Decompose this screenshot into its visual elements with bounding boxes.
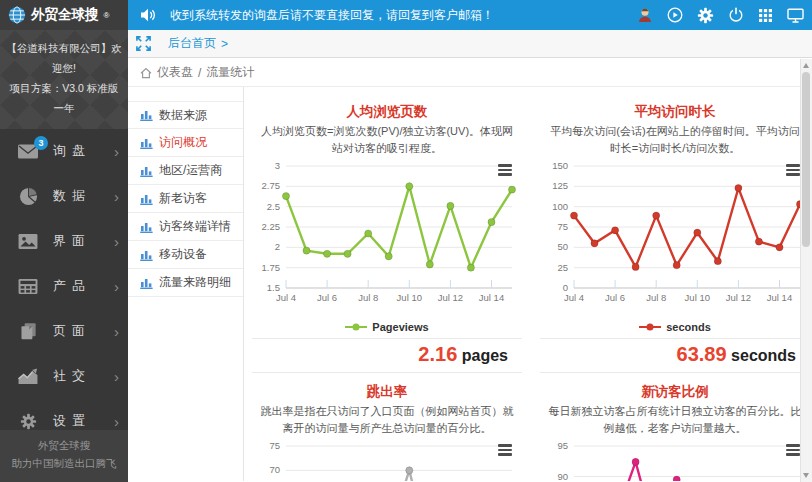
chart-card-0: 人均浏览页数 人均浏览页数=浏览次数(PV)/独立访客(UV)。体现网站对访客的… — [252, 99, 522, 373]
chart-legend[interactable]: seconds — [540, 320, 800, 334]
gear-icon[interactable] — [697, 7, 714, 24]
sidebar-item-social[interactable]: 社交 › — [0, 354, 128, 399]
user-avatar-icon[interactable] — [637, 7, 653, 23]
chevron-right-icon: › — [114, 234, 119, 249]
submenu-item[interactable]: 新老访客 — [128, 185, 243, 213]
notification-badge: 3 — [34, 136, 48, 150]
summary-unit: seconds — [731, 347, 796, 364]
svg-text:75: 75 — [269, 440, 280, 451]
chart-summary: 2.16 pages — [252, 338, 522, 373]
svg-text:Jul 14: Jul 14 — [479, 292, 504, 303]
expand-fullscreen-icon[interactable] — [128, 30, 158, 58]
legend-label: Pageviews — [372, 321, 428, 333]
home-icon — [140, 67, 152, 79]
top-header: 外贸全球搜 ® 收到系统转发的询盘后请不要直接回复，请回复到客户邮箱！ — [0, 0, 812, 30]
report-submenu: 数据来源 访问概况 地区/运营商 新老访客 访客终端详情 移动设备 流量来路明细 — [128, 87, 244, 481]
sidebar-item-label: 设置 — [53, 412, 91, 430]
app-logo-text: 外贸全球搜 — [31, 6, 99, 24]
svg-text:25: 25 — [557, 262, 568, 273]
chart-description: 每日新独立访客占所有统计日独立访客的百分比。比例越低，老客户访问量越大。 — [548, 403, 800, 436]
play-circle-icon[interactable] — [667, 7, 683, 23]
chart-card-3: 新访客比例 每日新独立访客占所有统计日独立访客的百分比。比例越低，老客户访问量越… — [540, 379, 800, 481]
sidebar-item-label: 社交 — [53, 367, 91, 385]
line-chart-plot: 1501251007550250Jul 4Jul 6Jul 8Jul 10Jul… — [540, 158, 800, 318]
breadcrumb: 仪表盘 / 流量统计 — [128, 59, 800, 87]
registered-mark: ® — [104, 11, 110, 20]
submenu-item[interactable]: 数据来源 — [128, 101, 243, 129]
chevron-right-icon: › — [114, 279, 119, 294]
app-logo[interactable]: 外贸全球搜 ® — [0, 0, 128, 30]
submenu-item[interactable]: 流量来路明细 — [128, 269, 243, 297]
sidebar-item-label: 询盘 — [53, 142, 91, 160]
bar-chart-icon — [140, 165, 153, 177]
scrollbar[interactable] — [800, 59, 812, 482]
bar-chart-icon — [140, 221, 153, 233]
sidebar-footer: 外贸全球搜 助力中国制造出口腾飞 — [0, 430, 128, 482]
sidebar-item-product[interactable]: 产品 › — [0, 264, 128, 309]
scrollbar-thumb[interactable] — [802, 72, 810, 247]
settings-gear-icon — [15, 413, 41, 430]
scrollbar-up-arrow[interactable] — [803, 63, 809, 68]
sidebar-item-inquiry[interactable]: 3 询盘 › — [0, 129, 128, 174]
sidebar-item-pages[interactable]: 页面 › — [0, 309, 128, 354]
power-icon[interactable] — [728, 7, 744, 23]
svg-text:2.25: 2.25 — [262, 221, 281, 232]
scrollbar-down-arrow[interactable] — [803, 473, 809, 478]
chart-description: 跳出率是指在只访问了入口页面（例如网站首页）就离开的访问量与所产生总访问量的百分… — [260, 403, 514, 436]
announcement-text: 收到系统转发的询盘后请不要直接回复，请回复到客户邮箱！ — [170, 7, 494, 24]
bar-chart-icon — [140, 137, 153, 149]
grid-menu-icon[interactable] — [758, 8, 773, 23]
sidebar-footer-brand: 外贸全球搜 — [0, 437, 128, 455]
pages-icon — [15, 322, 41, 341]
sidebar-item-label: 产品 — [53, 277, 91, 295]
sidebar-item-data[interactable]: 数据 › — [0, 174, 128, 219]
chart-title: 平均访问时长 — [540, 103, 800, 121]
chevron-right-icon: › — [114, 324, 119, 339]
line-chart-plot: 32.752.52.2521.751.5Jul 4Jul 6Jul 8Jul 1… — [252, 158, 522, 318]
submenu-item[interactable]: 访问概况 — [128, 129, 243, 157]
pie-chart-icon — [15, 187, 41, 206]
submenu-item[interactable]: 移动设备 — [128, 241, 243, 269]
chevron-right-icon: › — [114, 369, 119, 384]
submenu-item[interactable]: 访客终端详情 — [128, 213, 243, 241]
sidebar-item-interface[interactable]: 界面 › — [0, 219, 128, 264]
breadcrumb-separator: / — [198, 66, 201, 80]
chart-context-menu-icon[interactable] — [784, 440, 800, 460]
legend-marker-icon — [639, 322, 661, 332]
svg-text:2.5: 2.5 — [267, 201, 280, 212]
bar-chart-icon — [140, 249, 153, 261]
svg-text:70: 70 — [269, 464, 280, 475]
welcome-block: 【谷道科技有限公司】欢迎您! 项目方案：V3.0 标准版 一年 — [0, 30, 128, 129]
svg-text:Jul 14: Jul 14 — [767, 292, 792, 303]
tab-chevron: > — [221, 37, 228, 51]
legend-marker-icon — [345, 322, 367, 332]
summary-value: 2.16 — [418, 343, 457, 365]
chart-context-menu-icon[interactable] — [784, 160, 800, 180]
chart-legend[interactable]: Pageviews — [252, 320, 522, 334]
svg-text:3: 3 — [275, 160, 280, 171]
bar-chart-icon — [140, 109, 153, 121]
submenu-item-label: 数据来源 — [159, 107, 207, 124]
chart-card-2: 跳出率 跳出率是指在只访问了入口页面（例如网站首页）就离开的访问量与所产生总访问… — [252, 379, 522, 481]
monitor-icon[interactable] — [787, 8, 804, 23]
chart-description: 平均每次访问(会话)在网站上的停留时间。平均访问时长=访问时长/访问次数。 — [548, 123, 800, 156]
svg-text:95: 95 — [557, 440, 568, 451]
svg-text:2: 2 — [275, 241, 280, 252]
breadcrumb-dashboard[interactable]: 仪表盘 — [157, 64, 193, 81]
main-area: 后台首页 > 仪表盘 / 流量统计 数据来源 访问概况 地区/运营商 新老访客 — [128, 30, 812, 482]
submenu-item-label: 新老访客 — [159, 190, 207, 207]
chart-context-menu-icon[interactable] — [496, 160, 514, 180]
chart-context-menu-icon[interactable] — [496, 440, 514, 460]
svg-text:Jul 8: Jul 8 — [646, 292, 666, 303]
sidebar-footer-slogan: 助力中国制造出口腾飞 — [0, 455, 128, 473]
svg-text:100: 100 — [552, 201, 568, 212]
chevron-right-icon: › — [114, 189, 119, 204]
submenu-item-label: 移动设备 — [159, 246, 207, 263]
submenu-item[interactable]: 地区/运营商 — [128, 157, 243, 185]
summary-value: 63.89 — [677, 343, 727, 365]
svg-text:Jul 4: Jul 4 — [276, 292, 296, 303]
tab-backend-home[interactable]: 后台首页 > — [168, 35, 228, 52]
chart-summary: 63.89 seconds — [540, 338, 800, 373]
submenu-item-label: 流量来路明细 — [159, 274, 231, 291]
tab-label: 后台首页 — [168, 35, 216, 52]
